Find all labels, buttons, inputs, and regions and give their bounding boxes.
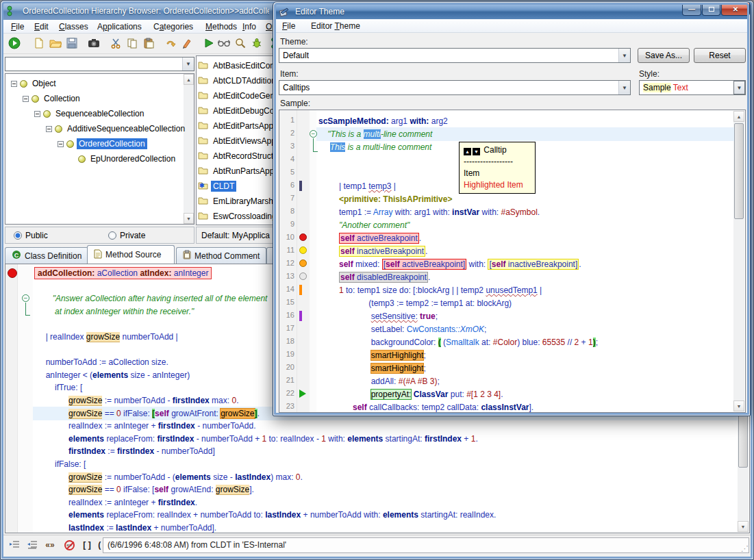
status-square-brackets-button[interactable]: [ ] [79,538,95,552]
toolbar-marker-button[interactable] [179,36,194,51]
menu-classes[interactable]: Classes [59,22,88,31]
tree-item-EpUnorderedCollection[interactable]: EpUnorderedCollection [69,152,177,166]
dot-orange-marker-icon[interactable] [299,259,307,267]
fold-margin[interactable] [310,110,316,412]
toolbar-new-document-button[interactable] [32,36,47,51]
application-item-EmLibraryMarsha[interactable]: EmLibraryMarsha [198,194,280,208]
menu-methods[interactable]: Methods [205,22,237,31]
menu-editor-theme[interactable]: Editor Theme [311,21,360,31]
breakpoint-marker-icon[interactable] [8,268,17,278]
status-indent-all-button[interactable] [25,538,40,552]
scroll-down-icon[interactable]: ▼ [733,400,744,411]
tree-item-OrderedCollection[interactable]: OrderedCollection [58,137,147,151]
tab-method-comment[interactable]: Method Comment [176,247,266,264]
menu-info[interactable]: Info [242,22,256,31]
tree-item-Object[interactable]: Object [11,77,58,90]
toolbar-paste-button[interactable] [141,36,156,51]
toolbar-spectacles-button[interactable] [216,36,231,51]
application-item-AbtEditDebugCor[interactable]: AbtEditDebugCor [198,104,279,118]
tab-class-definition[interactable]: CClass Definition [5,247,88,264]
menu-file[interactable]: File [282,21,295,31]
item-select[interactable]: Calltips ▼ [279,80,631,95]
chevron-down-icon[interactable]: ▼ [182,58,194,71]
application-item-AbtBasicEditCons[interactable]: AbtBasicEditCons [198,59,281,73]
calltip-prev-icon[interactable]: ▲ [464,148,471,155]
public-radio[interactable]: Public [14,231,48,240]
application-item-AbtRecordStructu[interactable]: AbtRecordStructu [198,149,280,163]
toolbar-open-folder-button[interactable] [48,36,63,51]
toolbar-debug-button[interactable] [249,36,264,51]
toolbar-undo-button[interactable] [163,36,178,51]
status-no-guillemets-button[interactable]: «» [62,538,77,552]
code-line[interactable]: self callCallbacks: temp2 callData: clas… [318,402,533,413]
code-line[interactable]: self mixed: [self activeBreakpoint] with… [318,259,581,271]
class-search-combo[interactable]: ▼ [5,57,194,71]
code-line[interactable]: smartHighlight; [318,350,426,362]
code-line[interactable]: smartHighlight; [318,363,426,375]
code-line[interactable]: propertyAt: ClassVar put: #[1 2 3 4]. [318,389,503,401]
code-line[interactable]: "Another comment" [318,220,410,232]
code-line[interactable]: firstIndex := firstIndex - numberToAdd] [34,446,215,458]
code-line[interactable]: growSize := numberToAdd - firstIndex max… [34,395,238,407]
code-line[interactable]: numberToAdd := aCollection size. [34,357,168,369]
private-radio[interactable]: Private [108,231,145,240]
code-line[interactable]: setSensitive: true; [318,311,438,323]
scroll-down-icon[interactable]: ▼ [738,521,749,532]
code-line[interactable]: This is a multi-line comment [318,142,431,154]
maximize-button[interactable] [702,3,720,16]
toolbar-save-button[interactable] [64,36,79,51]
sample-scrollbar[interactable]: ▲ ▼ [733,111,744,411]
status-indent-first-button[interactable] [7,538,22,552]
bar-dark-marker-icon[interactable] [299,181,302,191]
tree-item-AdditiveSequenceableCollection[interactable]: AdditiveSequenceableCollection [46,122,187,136]
minimize-button[interactable]: — [682,3,701,16]
code-line[interactable]: growSize := numberToAdd - (elements size… [34,472,303,484]
application-item-AbtEditCodeGene[interactable]: AbtEditCodeGene [198,89,281,103]
code-line[interactable]: realIndex := anInteger + firstIndex - nu… [34,420,256,433]
status-guillemets-button[interactable]: «» [42,538,58,552]
application-item-AbtEditViewsApp[interactable]: AbtEditViewsApp [198,134,278,148]
code-line[interactable]: ifTrue: [ [34,382,82,394]
scroll-down-icon[interactable]: ▼ [184,213,194,224]
save-as-button[interactable]: Save As... [638,48,690,63]
code-line[interactable]: anInteger < (elements size - anInteger) [34,370,190,382]
code-line[interactable]: realIndex := anInteger + firstIndex. [34,497,197,509]
collapse-icon[interactable] [58,141,64,147]
code-line[interactable]: 1 to: temp1 size do: [:blockArg | | temp… [318,285,542,297]
chevron-down-icon[interactable]: ▼ [733,81,745,94]
code-line[interactable]: | temp1 temp3 | [318,181,396,193]
code-line[interactable]: "Answer aCollection after having inserte… [34,293,267,305]
application-item-AbtCLDTAddition[interactable]: AbtCLDTAddition [198,74,278,88]
scroll-up-icon[interactable]: ▲ [733,111,744,122]
bar-orange-marker-icon[interactable] [299,285,302,295]
application-item-CLDT[interactable]: ✱CLDT [198,179,236,193]
application-item-EswCrossloading[interactable]: EswCrossloading [198,209,279,223]
scrollbar-thumb[interactable] [734,123,744,219]
code-line[interactable]: backgroundColor: ( (Smalltalk at: #Color… [318,337,598,349]
scroll-up-icon[interactable]: ▲ [184,74,194,85]
tree-scrollbar[interactable]: ▲ ▼ [184,74,194,224]
dot-yellow-marker-icon[interactable] [299,246,307,254]
close-button[interactable]: ✕ [721,3,750,16]
code-line[interactable]: elements replaceFrom: firstIndex - numbe… [34,433,478,446]
code-line[interactable]: growSize == 0 ifFalse: [self growAtEnd: … [34,484,254,496]
toolbar-copy-button[interactable] [125,36,140,51]
tab-method-source[interactable]: Method Source [87,245,175,264]
menu-edit[interactable]: Edit [34,22,49,31]
reset-button[interactable]: Reset [694,48,746,63]
style-preview-combo[interactable]: Sample Text ▼ [639,80,746,95]
code-line[interactable]: <primitive: ThisIsAPrimitive> [318,194,452,206]
tree-item-SequenceableCollection[interactable]: SequenceableCollection [34,107,146,120]
dot-red-marker-icon[interactable] [299,233,307,241]
toolbar-camera-button[interactable] [86,36,101,51]
code-line[interactable]: self activeBreakpoint. [318,233,421,245]
breakpoint-margin[interactable] [5,264,18,533]
code-line[interactable]: scSampleMethod: arg1 with: arg2 [318,116,448,128]
code-line[interactable]: temp1 := Array with: arg1 with: instVar … [318,207,540,219]
collapse-icon[interactable] [23,96,29,102]
code-line[interactable]: lastIndex := lastIndex + numberToAdd]. [34,522,216,533]
code-line[interactable]: ifFalse: [ [34,459,86,471]
code-line[interactable]: (temp3 := temp2 := temp1 at: blockArg) [318,298,512,310]
collapse-icon[interactable] [34,111,40,117]
code-line[interactable]: addCollection: aCollection atIndex: anIn… [34,268,212,280]
